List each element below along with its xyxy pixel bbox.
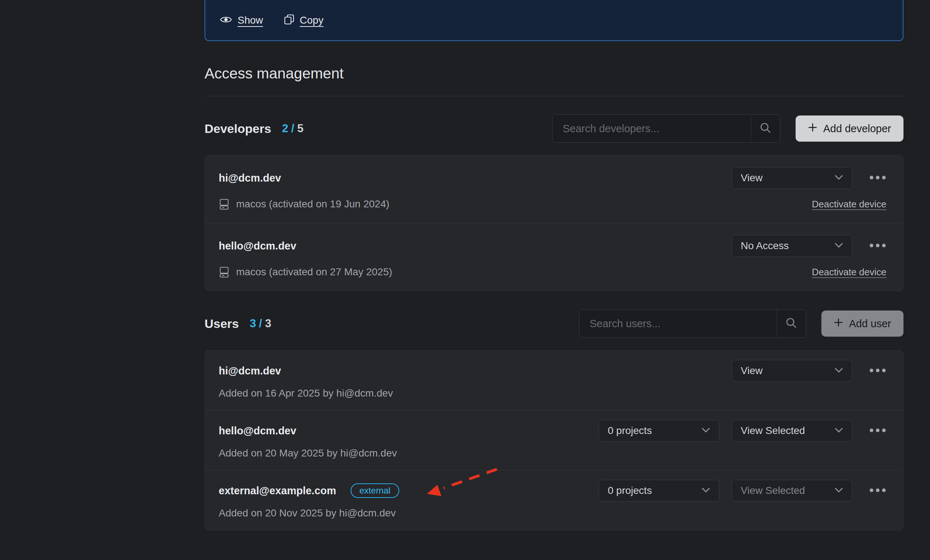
chevron-down-icon xyxy=(835,368,843,374)
search-icon xyxy=(760,122,771,135)
users-card: hi@dcm.dev View Added on 16 Apr 2025 by … xyxy=(205,350,904,530)
ellipsis-icon xyxy=(869,488,886,494)
user-row: hello@dcm.dev 0 projects View Selected xyxy=(205,410,903,470)
copy-license-label: Copy xyxy=(300,14,323,26)
show-license-label: Show xyxy=(237,14,263,26)
developer-email: hello@dcm.dev xyxy=(219,240,296,252)
developers-title: Developers xyxy=(205,122,271,136)
plus-icon xyxy=(834,318,843,330)
user-access-dropdown[interactable]: View Selected xyxy=(731,480,852,502)
developers-card: hi@dcm.dev View xyxy=(205,155,904,291)
developers-section-header: Developers 2/5 Add developer xyxy=(205,114,904,143)
chevron-down-icon xyxy=(702,488,710,494)
row-menu-button[interactable] xyxy=(869,362,886,380)
add-user-button[interactable]: Add user xyxy=(821,311,904,337)
user-access-value: View xyxy=(741,365,835,377)
user-email: external@example.com xyxy=(219,485,336,497)
users-search-box xyxy=(579,309,806,338)
developer-email: hi@dcm.dev xyxy=(219,172,281,184)
developer-row: hi@dcm.dev View xyxy=(205,155,903,223)
developers-search-input[interactable] xyxy=(553,115,751,142)
user-projects-value: 0 projects xyxy=(608,485,702,497)
user-projects-dropdown[interactable]: 0 projects xyxy=(599,420,719,442)
page-title: Access management xyxy=(205,65,904,96)
user-access-value: View Selected xyxy=(741,485,835,497)
chevron-down-icon xyxy=(702,428,710,434)
access-level-dropdown[interactable]: No Access xyxy=(731,235,852,257)
user-projects-dropdown[interactable]: 0 projects xyxy=(599,480,719,502)
developer-row: hello@dcm.dev No Access xyxy=(205,223,903,291)
user-email: hello@dcm.dev xyxy=(219,425,296,437)
user-access-value: View Selected xyxy=(741,425,835,437)
user-projects-value: 0 projects xyxy=(608,425,702,437)
chevron-down-icon xyxy=(835,243,843,249)
deactivate-device-link[interactable]: Deactivate device xyxy=(812,266,886,278)
user-row: hi@dcm.dev View Added on 16 Apr 2025 by … xyxy=(205,351,903,410)
device-info: macos (activated on 19 Jun 2024) xyxy=(236,198,390,210)
ellipsis-icon xyxy=(869,243,886,249)
chevron-down-icon xyxy=(835,488,843,494)
add-developer-button[interactable]: Add developer xyxy=(796,115,904,142)
add-developer-label: Add developer xyxy=(823,123,891,135)
user-added-info: Added on 20 May 2025 by hi@dcm.dev xyxy=(219,448,397,459)
user-added-info: Added on 20 Nov 2025 by hi@dcm.dev xyxy=(219,507,396,519)
eye-icon xyxy=(220,15,232,26)
main-content: Show Copy Access management Developers 2… xyxy=(205,0,904,530)
access-level-value: View xyxy=(741,172,835,184)
row-menu-button[interactable] xyxy=(869,169,886,187)
license-key-box: Show Copy xyxy=(205,0,904,41)
users-section-header: Users 3/3 Add user xyxy=(205,309,904,338)
search-icon xyxy=(785,317,797,330)
ellipsis-icon xyxy=(869,368,886,374)
ellipsis-icon xyxy=(869,428,886,434)
developers-count: 2/5 xyxy=(282,122,303,135)
users-count: 3/3 xyxy=(250,317,271,330)
ellipsis-icon xyxy=(869,175,886,181)
user-email: hi@dcm.dev xyxy=(219,365,281,377)
users-search-input[interactable] xyxy=(579,310,777,337)
developers-search-box xyxy=(552,114,780,143)
show-license-link[interactable]: Show xyxy=(220,14,263,26)
deactivate-device-link[interactable]: Deactivate device xyxy=(812,198,886,210)
developers-search-button[interactable] xyxy=(751,115,780,142)
user-access-dropdown[interactable]: View xyxy=(731,360,852,382)
external-badge: external xyxy=(351,483,399,498)
access-level-value: No Access xyxy=(741,240,835,252)
user-added-info: Added on 16 Apr 2025 by hi@dcm.dev xyxy=(219,388,393,399)
copy-icon xyxy=(284,14,294,26)
user-row-external: external@example.com external 0 projects… xyxy=(205,470,903,530)
device-info: macos (activated on 27 May 2025) xyxy=(236,266,393,278)
device-icon xyxy=(219,198,229,210)
chevron-down-icon xyxy=(835,428,843,434)
access-level-dropdown[interactable]: View xyxy=(731,167,852,189)
user-access-dropdown[interactable]: View Selected xyxy=(731,420,852,442)
plus-icon xyxy=(808,123,818,135)
users-search-button[interactable] xyxy=(777,310,806,337)
users-title: Users xyxy=(205,317,239,331)
device-icon xyxy=(219,266,229,278)
add-user-label: Add user xyxy=(849,318,891,330)
row-menu-button[interactable] xyxy=(869,482,886,499)
chevron-down-icon xyxy=(835,175,843,181)
row-menu-button[interactable] xyxy=(869,237,886,255)
copy-license-link[interactable]: Copy xyxy=(284,14,323,26)
row-menu-button[interactable] xyxy=(869,422,886,439)
